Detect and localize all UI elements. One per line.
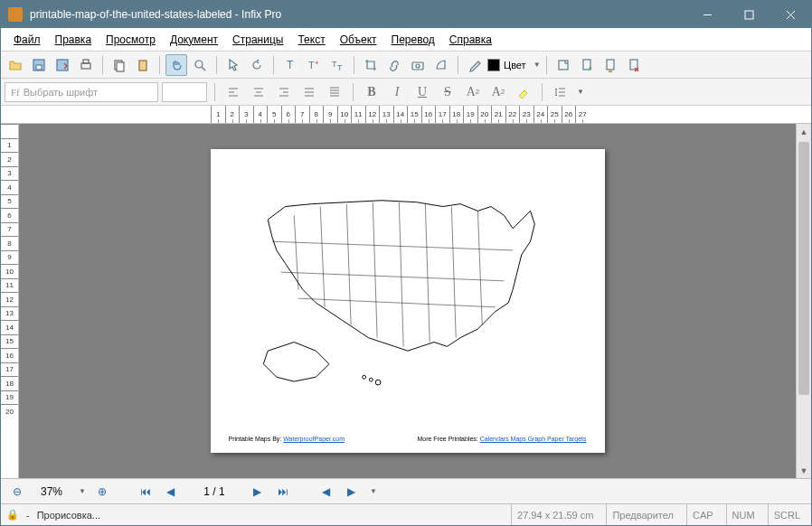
- save-as-button[interactable]: [52, 54, 73, 76]
- history-back-button[interactable]: ◀: [317, 483, 335, 501]
- navigation-bar: ⊖ 37% ▼ ⊕ ⏮ ◀ 1 / 1 ▶ ⏭ ◀ ▶ ▼: [1, 478, 811, 503]
- menu-document[interactable]: Документ: [163, 30, 225, 50]
- svg-point-58: [375, 380, 381, 385]
- bold-button[interactable]: B: [361, 81, 382, 103]
- copy-button[interactable]: [109, 54, 130, 76]
- svg-point-12: [195, 61, 203, 68]
- footer-right-links[interactable]: Calendars Maps Graph Paper Targets: [480, 436, 587, 442]
- svg-point-57: [369, 378, 373, 381]
- menu-pages[interactable]: Страницы: [225, 30, 290, 50]
- shape-button[interactable]: [430, 54, 452, 76]
- camera-button[interactable]: [407, 54, 429, 76]
- history-forward-button[interactable]: ▶: [343, 483, 361, 501]
- svg-line-51: [451, 207, 456, 338]
- menu-translate[interactable]: Перевод: [384, 30, 442, 50]
- svg-rect-19: [412, 62, 423, 70]
- statusbar: 🔒 - Прорисовка... 27.94 x 21.59 cm Предв…: [1, 503, 811, 525]
- history-dropdown[interactable]: ▼: [370, 487, 377, 495]
- align-center-button[interactable]: [248, 81, 269, 103]
- page-delete-button[interactable]: [623, 54, 645, 76]
- ruler-vertical: 1234567891011121314151617181920: [1, 124, 19, 478]
- next-page-button[interactable]: ▶: [249, 483, 267, 501]
- svg-text:T: T: [287, 59, 294, 71]
- page-number[interactable]: 1 / 1: [187, 485, 241, 498]
- svg-rect-8: [83, 60, 89, 63]
- subscript-button[interactable]: A2: [487, 81, 509, 103]
- highlight-button[interactable]: [513, 81, 534, 103]
- svg-line-46: [320, 207, 325, 307]
- close-button[interactable]: [770, 1, 811, 28]
- text-link-button[interactable]: TT: [326, 54, 348, 76]
- minimize-button[interactable]: [686, 1, 728, 28]
- zoom-dropdown[interactable]: ▼: [79, 487, 86, 495]
- svg-text:T: T: [337, 63, 343, 72]
- line-spacing-dropdown[interactable]: ▼: [577, 88, 584, 96]
- align-left-button[interactable]: [222, 81, 244, 103]
- menu-file[interactable]: Файл: [6, 30, 48, 50]
- svg-line-50: [425, 204, 430, 343]
- zoom-tool-button[interactable]: [189, 54, 211, 76]
- align-right-button[interactable]: [273, 81, 295, 103]
- print-button[interactable]: [75, 54, 97, 76]
- svg-rect-21: [559, 61, 568, 70]
- align-justify-button[interactable]: [298, 81, 320, 103]
- footer-left-link[interactable]: WaterproofPaper.com: [283, 436, 345, 442]
- titlebar: printable-map-of-the-united-states-label…: [1, 1, 811, 28]
- page-export-button[interactable]: [600, 54, 621, 76]
- status-num: NUM: [726, 504, 760, 525]
- zoom-value[interactable]: 37%: [33, 485, 70, 498]
- menu-help[interactable]: Справка: [442, 30, 499, 50]
- status-cap: CAP: [686, 504, 719, 525]
- menu-text[interactable]: Текст: [290, 30, 332, 50]
- svg-line-45: [294, 215, 298, 289]
- line-spacing-button[interactable]: [550, 81, 571, 103]
- menu-object[interactable]: Объект: [333, 30, 384, 50]
- hand-tool-button[interactable]: [165, 54, 187, 76]
- link-button[interactable]: [383, 54, 405, 76]
- font-size-input[interactable]: [162, 82, 207, 102]
- app-window: printable-map-of-the-united-states-label…: [0, 0, 812, 526]
- menubar: Файл Правка Просмотр Документ Страницы Т…: [1, 28, 811, 52]
- maximize-button[interactable]: [728, 1, 770, 28]
- rotate-button[interactable]: [246, 54, 268, 76]
- svg-line-54: [280, 272, 504, 281]
- italic-button[interactable]: I: [386, 81, 408, 103]
- note-button[interactable]: [552, 54, 574, 76]
- window-title: printable-map-of-the-united-states-label…: [30, 8, 686, 21]
- first-page-button[interactable]: ⏮: [137, 483, 155, 501]
- text-tool-button[interactable]: T: [279, 54, 301, 76]
- save-button[interactable]: [28, 54, 50, 76]
- color-label: Цвет: [504, 60, 526, 70]
- svg-rect-5: [36, 65, 42, 70]
- pointer-tool-button[interactable]: [222, 54, 244, 76]
- superscript-button[interactable]: A2: [462, 81, 484, 103]
- zoom-in-button[interactable]: ⊕: [93, 483, 111, 501]
- scroll-thumb[interactable]: [798, 142, 809, 395]
- align-justify-all-button[interactable]: [324, 81, 345, 103]
- zoom-out-button[interactable]: ⊖: [8, 483, 26, 501]
- last-page-button[interactable]: ⏭: [274, 483, 292, 501]
- underline-button[interactable]: U: [411, 81, 433, 103]
- page-add-button[interactable]: +: [576, 54, 598, 76]
- scroll-up-arrow[interactable]: ▲: [797, 124, 811, 139]
- menu-view[interactable]: Просмотр: [99, 30, 163, 50]
- font-picker[interactable]: Ff Выбрать шрифт: [5, 82, 158, 102]
- svg-rect-11: [139, 61, 146, 70]
- strike-button[interactable]: S: [437, 81, 458, 103]
- text-plus-button[interactable]: T+: [303, 54, 325, 76]
- open-button[interactable]: [5, 54, 26, 76]
- content-area: 1234567891011121314151617181920: [1, 124, 811, 478]
- paste-button[interactable]: [132, 54, 154, 76]
- map-image: [229, 167, 587, 395]
- document-canvas[interactable]: Printable Maps By: WaterproofPaper.com M…: [19, 124, 796, 478]
- eyedropper-button[interactable]: [464, 54, 486, 76]
- menu-edit[interactable]: Правка: [48, 30, 99, 50]
- scroll-down-arrow[interactable]: ▼: [797, 463, 811, 478]
- color-swatch[interactable]: [487, 59, 500, 71]
- scrollbar-vertical[interactable]: ▲ ▼: [796, 124, 811, 478]
- color-dropdown-arrow[interactable]: ▼: [533, 61, 541, 69]
- prev-page-button[interactable]: ◀: [162, 483, 180, 501]
- crop-button[interactable]: [360, 54, 382, 76]
- svg-rect-10: [117, 62, 124, 71]
- svg-rect-24: [607, 60, 614, 70]
